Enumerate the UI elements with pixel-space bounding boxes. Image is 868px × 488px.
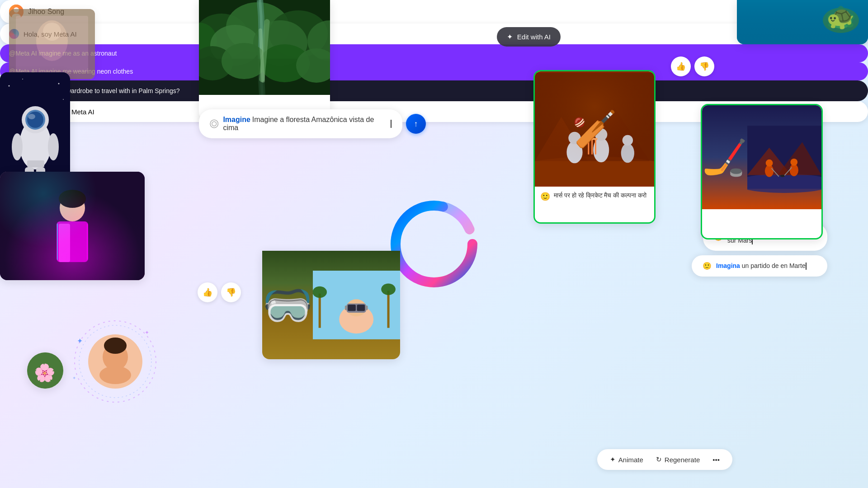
- vr-headset-card: [262, 251, 400, 359]
- decorative-area: ✦ ✦ ✦: [70, 316, 160, 408]
- cricket-mars-card: 🙂 मार्स पर हो रहे क्रिकेट मैच की कल्पना …: [533, 70, 656, 224]
- main-input-area[interactable]: ImagineImagine a floresta Amazônica vist…: [199, 109, 426, 138]
- svg-text:✦: ✦: [72, 375, 76, 380]
- svg-point-40: [12, 133, 23, 160]
- svg-text:✦: ✦: [77, 337, 83, 345]
- svg-point-107: [212, 122, 217, 126]
- svg-point-30: [9, 85, 10, 87]
- svg-rect-45: [0, 172, 145, 280]
- flower-card: 🌸: [27, 352, 63, 389]
- svg-rect-49: [59, 224, 70, 262]
- neon-bubble: @Meta AI imagine me wearing neon clothes: [0, 62, 868, 80]
- svg-point-74: [790, 159, 797, 166]
- svg-point-20: [828, 22, 835, 28]
- svg-point-22: [837, 6, 844, 17]
- main-input-box[interactable]: ImagineImagine a floresta Amazônica vist…: [199, 109, 402, 138]
- more-options-button[interactable]: •••: [709, 454, 723, 465]
- svg-point-100: [99, 366, 131, 384]
- svg-point-47: [59, 190, 86, 208]
- svg-rect-24: [737, 0, 868, 44]
- svg-point-46: [60, 194, 85, 221]
- painting-card: [9, 9, 95, 79]
- main-input-text: ImagineImagine a floresta Amazônica vist…: [223, 116, 386, 132]
- svg-rect-89: [345, 305, 347, 310]
- svg-point-28: [43, 23, 61, 41]
- svg-text:✦: ✦: [145, 329, 149, 336]
- svg-rect-80: [319, 294, 321, 328]
- ocean-card: [737, 0, 868, 44]
- thumbs-bottom-left: 👍 👎: [198, 282, 241, 302]
- svg-point-33: [63, 99, 64, 100]
- svg-point-77: [780, 175, 785, 177]
- svg-point-72: [766, 160, 773, 167]
- animate-label: Animate: [618, 456, 643, 464]
- thumbs-down-button-top[interactable]: 👎: [694, 56, 714, 76]
- edit-ai-label: Edit with AI: [517, 33, 551, 41]
- svg-point-16: [823, 8, 859, 33]
- svg-rect-48: [57, 221, 88, 262]
- svg-point-21: [846, 22, 854, 28]
- svg-point-37: [27, 112, 43, 128]
- svg-text:🌸: 🌸: [34, 362, 56, 383]
- svg-rect-88: [357, 305, 365, 311]
- svg-point-83: [381, 284, 396, 295]
- svg-rect-39: [27, 160, 44, 167]
- svg-point-18: [827, 14, 836, 20]
- mic-icon: [210, 119, 218, 128]
- regenerate-icon: ↻: [656, 455, 662, 464]
- edit-with-ai-button[interactable]: ✦ Edit with AI: [497, 27, 561, 47]
- svg-rect-90: [365, 305, 368, 310]
- svg-rect-65: [587, 138, 597, 140]
- svg-point-106: [210, 120, 218, 127]
- animate-button[interactable]: ✦ Animate: [606, 454, 647, 465]
- svg-rect-66: [535, 73, 654, 185]
- svg-point-31: [22, 79, 23, 80]
- svg-rect-44: [0, 172, 145, 280]
- svg-point-59: [595, 128, 607, 141]
- edit-ai-icon: ✦: [507, 33, 513, 41]
- spanish-input-area[interactable]: 🙂 Imagina un partido de en Marte: [692, 255, 827, 277]
- animate-icon: ✦: [610, 455, 616, 464]
- svg-point-32: [58, 83, 60, 84]
- svg-rect-82: [387, 291, 390, 328]
- svg-point-68: [747, 174, 821, 193]
- svg-point-17: [830, 12, 852, 28]
- more-icon: •••: [712, 456, 720, 464]
- spanish-input-text: Imagina un partido de en Marte: [716, 262, 807, 270]
- svg-point-41: [48, 133, 59, 160]
- cricket-caption: 🙂 मार्स पर हो रहे क्रिकेट मैच की कल्पना …: [535, 187, 654, 207]
- action-bar: ✦ Animate ↻ Regenerate •••: [597, 449, 732, 470]
- thumbs-up-button-top[interactable]: 👍: [671, 56, 691, 76]
- svg-point-81: [313, 286, 327, 298]
- svg-point-99: [104, 338, 127, 354]
- hockey-mars-card: [701, 104, 823, 239]
- thumbs-up-button-bottom[interactable]: 👍: [198, 282, 217, 302]
- thumbs-top-right: 👍 👎: [671, 56, 714, 76]
- forest-card: [199, 0, 330, 120]
- text-cursor: [391, 120, 392, 128]
- wardrobe-bubble: What's a good wardrobe to travel with in…: [0, 80, 868, 101]
- svg-rect-87: [348, 305, 356, 311]
- send-button[interactable]: ↑: [406, 114, 426, 134]
- svg-point-71: [765, 165, 774, 177]
- spanish-input-box[interactable]: 🙂 Imagina un partido de en Marte: [692, 255, 827, 277]
- astronaut-bubble: @Meta AI imagine me as an astronaut: [0, 44, 868, 62]
- svg-point-19: [845, 14, 854, 20]
- thumbs-down-button-bottom[interactable]: 👎: [221, 282, 241, 302]
- regenerate-button[interactable]: ↻ Regenerate: [652, 454, 703, 465]
- svg-point-38: [28, 114, 35, 119]
- neon-girl-card: [0, 172, 145, 280]
- svg-point-73: [790, 164, 798, 176]
- svg-point-23: [838, 19, 840, 20]
- regenerate-label: Regenerate: [665, 456, 700, 464]
- svg-point-12: [222, 43, 267, 79]
